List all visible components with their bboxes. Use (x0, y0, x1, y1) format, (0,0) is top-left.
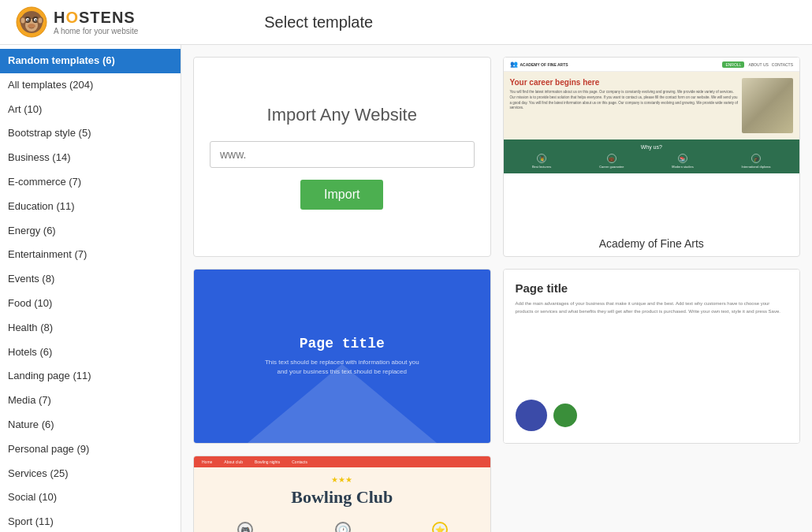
sidebar-item-energy[interactable]: Energy (6) (0, 219, 181, 244)
bowling-icon-lanes-circle: 🕐 (335, 522, 351, 532)
academy-icon-studies-circle: 📚 (678, 154, 687, 163)
academy-hero-img-bg (742, 78, 793, 133)
svg-point-8 (35, 20, 37, 21)
header: HOSTENS A home for your website Select t… (0, 0, 812, 45)
academy-icon-studies-label: Modern studies (672, 165, 693, 169)
sidebar-item-health[interactable]: Health (8) (0, 316, 181, 340)
sidebar-item-nature[interactable]: Nature (6) (0, 413, 181, 437)
templates-grid: Import Any Website Import 👥 ACADEMY OF F… (193, 57, 800, 532)
academy-icons-row: 👨‍🏫 Best lecturers 💼 Career guarantee 📚 (508, 154, 795, 169)
academy-icon-career: 💼 Career guarantee (599, 154, 624, 169)
sidebar-item-bootstrap[interactable]: Bootstrap style (5) (0, 121, 181, 146)
bowling-hero: ★★★ Bowling Club (194, 467, 490, 515)
academy-icon-diploma-label: International diploma (741, 165, 770, 169)
bowling-icon-lanes: 🕐 Lane Reservations (331, 522, 354, 532)
sidebar-item-random[interactable]: Random templates (6) (0, 49, 181, 73)
content-area: Import Any Website Import 👥 ACADEMY OF F… (181, 45, 812, 532)
academy-icon-diploma: 🎓 International diploma (741, 154, 770, 169)
bowling-mock: Home About club Bowling nights Contacts … (194, 456, 490, 532)
sidebar-item-landing[interactable]: Landing page (11) (0, 364, 181, 389)
light-page-title: Page title (516, 281, 788, 295)
logo-tagline: A home for your website (54, 27, 138, 35)
sidebar-item-personal[interactable]: Personal page (9) (0, 437, 181, 462)
academy-mock: 👥 ACADEMY OF FINE ARTS ENROLL ABOUT US C… (504, 58, 800, 231)
bowling-title: Bowling Club (202, 487, 482, 508)
svg-point-12 (21, 18, 25, 24)
academy-hero-body: You will find the latest information abo… (510, 90, 739, 111)
import-card: Import Any Website Import (193, 57, 491, 257)
academy-nav-links: ABOUT US CONTACTS (748, 62, 793, 67)
sidebar-item-hotels[interactable]: Hotels (6) (0, 340, 181, 365)
light-circle-blue (516, 400, 547, 431)
sidebar-item-food[interactable]: Food (10) (0, 292, 181, 316)
academy-nav-right: ENROLL ABOUT US CONTACTS (722, 61, 793, 68)
sidebar-item-events[interactable]: Events (8) (0, 267, 181, 292)
sidebar-item-business[interactable]: Business (14) (0, 146, 181, 170)
bowling-stars: ★★★ (202, 475, 482, 484)
bowling-icon-prizes: ⭐ Prizes (432, 522, 448, 532)
template-card-bowling[interactable]: Home About club Bowling nights Contacts … (193, 456, 491, 532)
logo-icon (16, 6, 47, 38)
logo-brand: HOSTENS (54, 9, 138, 27)
import-title: Import Any Website (267, 105, 417, 125)
template-card-academy[interactable]: 👥 ACADEMY OF FINE ARTS ENROLL ABOUT US C… (503, 57, 801, 257)
bowling-thumbnail: Home About club Bowling nights Contacts … (194, 456, 490, 532)
template-card-light[interactable]: Page title Add the main advantages of yo… (503, 269, 801, 444)
academy-hero-title: Your career begins here (510, 78, 739, 87)
academy-icon-diploma-circle: 🎓 (751, 154, 761, 163)
sidebar-item-education[interactable]: Education (11) (0, 195, 181, 219)
logo-brand-accent: O (65, 9, 79, 26)
light-circle-green (553, 404, 577, 427)
bowling-icon-party-circle: 🎮 (237, 522, 253, 532)
sidebar: Random templates (6)All templates (204)A… (0, 45, 181, 532)
academy-hero: Your career begins here You will find th… (504, 72, 800, 140)
academy-hero-text-area: Your career begins here You will find th… (510, 78, 743, 133)
sidebar-item-art[interactable]: Art (10) (0, 98, 181, 122)
bowling-nav-contacts: Contacts (292, 459, 307, 464)
academy-icon-lecturers-circle: 👨‍🏫 (537, 154, 546, 163)
bowling-icon-party: 🎮 Plan Your party (237, 522, 255, 532)
bowling-nav-home: Home (202, 459, 212, 464)
sidebar-item-all[interactable]: All templates (204) (0, 73, 181, 98)
import-url-input[interactable] (210, 141, 475, 168)
sidebar-item-services[interactable]: Services (25) (0, 462, 181, 486)
academy-why-title: Why us? (508, 144, 795, 150)
academy-icon-studies: 📚 Modern studies (672, 154, 693, 169)
academy-hero-image (742, 78, 793, 133)
bowling-nav: Home About club Bowling nights Contacts (194, 456, 490, 467)
academy-icon-career-label: Career guarantee (599, 165, 624, 169)
sidebar-item-media[interactable]: Media (7) (0, 389, 181, 413)
academy-contacts-link: CONTACTS (772, 62, 793, 67)
main-container: Random templates (6)All templates (204)A… (0, 45, 812, 532)
light-circles-row (516, 392, 788, 431)
bowling-icon-prizes-circle: ⭐ (432, 522, 448, 532)
blue-page-title: Page title (300, 336, 385, 352)
light-thumbnail: Page title Add the main advantages of yo… (504, 270, 800, 443)
template-card-blue[interactable]: Page title This text should be replaced … (193, 269, 491, 444)
bowling-nav-about: About club (224, 459, 243, 464)
sidebar-item-ecommerce[interactable]: E-commerce (7) (0, 170, 181, 195)
light-page-text: Add the main advantages of your business… (516, 299, 788, 315)
bowling-nav-nights: Bowling nights (255, 459, 280, 464)
academy-enroll-btn: ENROLL (722, 61, 744, 68)
import-button[interactable]: Import (300, 180, 383, 210)
blue-mock: Page title This text should be replaced … (194, 270, 490, 443)
logo[interactable]: HOSTENS A home for your website (16, 6, 138, 38)
academy-thumbnail: 👥 ACADEMY OF FINE ARTS ENROLL ABOUT US C… (504, 58, 800, 231)
svg-point-7 (28, 20, 29, 21)
blue-thumbnail: Page title This text should be replaced … (194, 270, 490, 443)
academy-nav-logo: 👥 ACADEMY OF FINE ARTS (510, 61, 568, 68)
sidebar-item-entertainment[interactable]: Entertainment (7) (0, 243, 181, 267)
academy-why-section: Why us? 👨‍🏫 Best lecturers 💼 Career guar… (504, 140, 800, 173)
page-title: Select template (264, 13, 373, 32)
academy-nav-name: ACADEMY OF FINE ARTS (520, 62, 568, 67)
academy-nav: 👥 ACADEMY OF FINE ARTS ENROLL ABOUT US C… (504, 58, 800, 72)
logo-text: HOSTENS A home for your website (54, 9, 138, 35)
sidebar-item-sport[interactable]: Sport (11) (0, 510, 181, 532)
academy-people-icon: 👥 (510, 61, 518, 68)
academy-about-link: ABOUT US (748, 62, 768, 67)
sidebar-item-social[interactable]: Social (10) (0, 485, 181, 510)
academy-icon-lecturers: 👨‍🏫 Best lecturers (532, 154, 551, 169)
academy-template-name: Academy of Fine Arts (504, 231, 800, 256)
svg-point-13 (39, 18, 43, 24)
